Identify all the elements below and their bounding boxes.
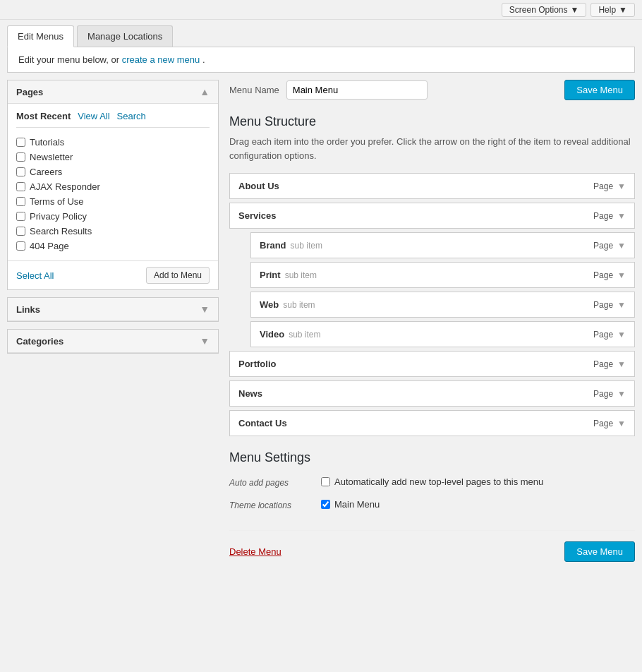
theme-locations-checkbox[interactable] xyxy=(321,500,330,509)
help-label: Help xyxy=(598,5,616,15)
auto-add-desc: Automatically add new top-level pages to… xyxy=(334,476,543,487)
tab-search[interactable]: Search xyxy=(117,111,146,121)
menu-item-about-us[interactable]: About Us Page ▼ xyxy=(229,173,635,199)
menu-item-arrow-icon[interactable]: ▼ xyxy=(617,181,626,191)
menu-item-arrow-icon[interactable]: ▼ xyxy=(617,300,626,310)
menu-item-type: Page xyxy=(593,211,613,221)
categories-panel-title: Categories xyxy=(16,336,63,347)
add-to-menu-button[interactable]: Add to Menu xyxy=(146,267,210,284)
menu-item-type: Page xyxy=(593,359,613,369)
menu-item-print[interactable]: Print sub item Page ▼ xyxy=(250,262,635,288)
page-label-newsletter: Newsletter xyxy=(30,152,73,162)
menu-item-label: Web xyxy=(260,299,279,310)
menu-item-type: Page xyxy=(593,181,613,191)
menu-item-portfolio[interactable]: Portfolio Page ▼ xyxy=(229,351,635,377)
top-bar: Screen Options ▼ Help ▼ xyxy=(0,0,642,20)
page-label-tutorials: Tutorials xyxy=(30,137,64,148)
menu-item-brand[interactable]: Brand sub item Page ▼ xyxy=(250,232,635,258)
list-item: 404 Page xyxy=(16,239,210,253)
pages-sub-tabs: Most Recent View All Search xyxy=(16,111,210,128)
pages-panel-footer: Select All Add to Menu xyxy=(8,260,218,289)
list-item: Tutorials xyxy=(16,135,210,150)
menu-item-type: Page xyxy=(593,419,613,428)
notice-text: Edit your menu below, or xyxy=(18,54,122,65)
menu-item-arrow-icon[interactable]: ▼ xyxy=(617,270,626,280)
notice-bar: Edit your menu below, or create a new me… xyxy=(7,47,635,73)
menu-settings: Menu Settings Auto add pages Automatical… xyxy=(229,450,635,516)
create-new-menu-link[interactable]: create a new menu xyxy=(122,54,200,65)
page-label-search-results: Search Results xyxy=(30,226,92,236)
checkbox-privacy-policy[interactable] xyxy=(16,212,25,221)
menu-item-news[interactable]: News Page ▼ xyxy=(229,380,635,407)
checkbox-ajax-responder[interactable] xyxy=(16,182,25,191)
list-item: Privacy Policy xyxy=(16,209,210,224)
checkbox-careers[interactable] xyxy=(16,167,25,176)
save-menu-top-button[interactable]: Save Menu xyxy=(564,80,635,100)
left-panel: Pages ▲ Most Recent View All Search Tuto… xyxy=(7,80,219,562)
checkbox-terms-of-use[interactable] xyxy=(16,197,25,206)
menu-item-type: Page xyxy=(593,241,613,251)
categories-panel-header[interactable]: Categories ▼ xyxy=(8,330,218,353)
menu-item-label: News xyxy=(238,388,262,399)
menu-item-arrow-icon[interactable]: ▼ xyxy=(617,359,626,369)
theme-locations-label: Theme locations xyxy=(229,499,314,510)
page-label-ajax-responder: AJAX Responder xyxy=(30,181,100,192)
save-menu-bottom-button[interactable]: Save Menu xyxy=(564,541,635,562)
pages-panel-header[interactable]: Pages ▲ xyxy=(8,80,218,104)
menu-item-arrow-icon[interactable]: ▼ xyxy=(617,419,626,428)
theme-locations-value: Main Menu xyxy=(334,499,380,510)
menu-item-web[interactable]: Web sub item Page ▼ xyxy=(250,292,635,318)
menu-item-sub-label: sub item xyxy=(289,330,320,340)
menu-actions-footer: Delete Menu Save Menu xyxy=(229,530,635,562)
tabs-row: Edit Menus Manage Locations xyxy=(0,20,642,47)
links-panel: Links ▼ xyxy=(7,297,219,322)
links-panel-header[interactable]: Links ▼ xyxy=(8,298,218,321)
tab-most-recent[interactable]: Most Recent xyxy=(16,111,71,121)
links-panel-title: Links xyxy=(16,304,40,315)
screen-options-button[interactable]: Screen Options ▼ xyxy=(502,3,587,17)
menu-item-label: Portfolio xyxy=(238,359,276,369)
checkbox-tutorials[interactable] xyxy=(16,138,25,147)
editor-layout: Pages ▲ Most Recent View All Search Tuto… xyxy=(7,80,635,562)
menu-item-label: Brand xyxy=(260,240,286,251)
menu-item-arrow-icon[interactable]: ▼ xyxy=(617,211,626,221)
menu-item-arrow-icon[interactable]: ▼ xyxy=(617,241,626,251)
menu-name-input[interactable] xyxy=(286,80,428,100)
tab-view-all[interactable]: View All xyxy=(78,111,109,121)
checkbox-newsletter[interactable] xyxy=(16,152,25,162)
auto-add-label: Auto add pages xyxy=(229,476,314,488)
menu-item-label: About Us xyxy=(238,181,279,191)
select-all-link[interactable]: Select All xyxy=(16,270,54,281)
pages-panel-body: Most Recent View All Search Tutorials Ne… xyxy=(8,104,218,260)
auto-add-checkbox[interactable] xyxy=(321,477,330,486)
delete-menu-link[interactable]: Delete Menu xyxy=(229,546,281,557)
menu-item-sub-label: sub item xyxy=(291,241,322,251)
page-label-careers: Careers xyxy=(30,167,62,177)
menu-item-label: Services xyxy=(238,210,277,221)
list-item: Terms of Use xyxy=(16,194,210,209)
page-label-404-page: 404 Page xyxy=(30,241,69,251)
menu-item-label: Print xyxy=(260,270,281,280)
tab-manage-locations[interactable]: Manage Locations xyxy=(77,25,173,47)
auto-add-pages-row: Auto add pages Automatically add new top… xyxy=(229,471,635,493)
list-item: AJAX Responder xyxy=(16,179,210,194)
pages-checkbox-list: Tutorials Newsletter Careers AJAX Respon… xyxy=(16,135,210,253)
menu-item-arrow-icon[interactable]: ▼ xyxy=(617,389,626,399)
pages-panel: Pages ▲ Most Recent View All Search Tuto… xyxy=(7,80,219,290)
right-panel: Menu Name Save Menu Menu Structure Drag … xyxy=(229,80,635,562)
menu-settings-title: Menu Settings xyxy=(229,450,635,465)
menu-item-arrow-icon[interactable]: ▼ xyxy=(617,330,626,340)
menu-item-services[interactable]: Services Page ▼ xyxy=(229,203,635,229)
theme-locations-row: Theme locations Main Menu xyxy=(229,493,635,516)
menu-item-video[interactable]: Video sub item Page ▼ xyxy=(250,321,635,347)
tab-edit-menus[interactable]: Edit Menus xyxy=(7,25,74,47)
menu-name-row: Menu Name Save Menu xyxy=(229,80,635,100)
menu-item-contact-us[interactable]: Contact Us Page ▼ xyxy=(229,410,635,436)
checkbox-search-results[interactable] xyxy=(16,227,25,236)
help-button[interactable]: Help ▼ xyxy=(590,3,635,17)
help-arrow-icon: ▼ xyxy=(619,5,627,15)
checkbox-404-page[interactable] xyxy=(16,241,25,251)
menu-name-label: Menu Name xyxy=(229,85,279,95)
menu-item-type: Page xyxy=(593,300,613,310)
pages-panel-title: Pages xyxy=(16,87,43,97)
